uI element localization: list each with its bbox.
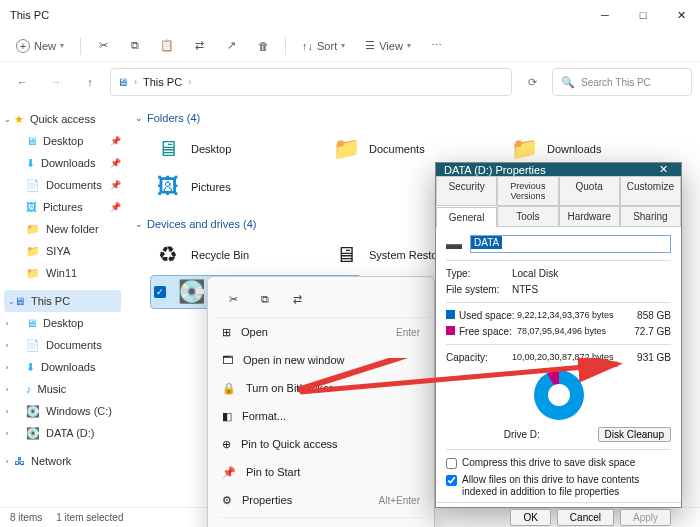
more-button[interactable]: ⋯ [423, 35, 451, 56]
cancel-button[interactable]: Cancel [557, 509, 614, 526]
search-icon: 🔍 [561, 76, 575, 89]
dialog-title-bar[interactable]: DATA (D:) Properties ✕ [436, 163, 681, 176]
ctx-pin-start[interactable]: 📌Pin to Start [212, 458, 430, 486]
tab-security[interactable]: Security [436, 176, 497, 205]
group-folders[interactable]: ⌄Folders (4) [135, 108, 690, 128]
tab-prev-versions[interactable]: Previous Versions [497, 176, 558, 205]
ellipsis-icon: ⋯ [431, 39, 442, 52]
new-button[interactable]: + New ▾ [8, 35, 72, 57]
trash-icon: 🗑 [258, 40, 269, 52]
folder-pictures[interactable]: 🖼Pictures [151, 170, 311, 204]
ctx-properties[interactable]: ⚙PropertiesAlt+Enter [212, 486, 430, 514]
sidebar-pc-desktop[interactable]: ›🖥Desktop [0, 312, 125, 334]
sidebar-pc-documents[interactable]: ›📄Documents [0, 334, 125, 356]
apply-button[interactable]: Apply [620, 509, 671, 526]
toolbar: + New ▾ ✂ ⧉ 📋 ⇄ ↗ 🗑 ↑↓ Sort ▾ ☰ View ▾ ⋯ [0, 30, 700, 62]
ctx-open-new[interactable]: 🗔Open in new window [212, 346, 430, 374]
ctx-more[interactable]: ⊕Show more optionsShift+F10 [212, 521, 430, 527]
ctx-bitlocker[interactable]: 🔒Turn on BitLocker [212, 374, 430, 402]
refresh-button[interactable]: ⟳ [518, 68, 546, 96]
disk-cleanup-button[interactable]: Disk Cleanup [598, 427, 671, 442]
tab-quota[interactable]: Quota [559, 176, 620, 205]
sidebar-newfolder[interactable]: 📁New folder [0, 218, 125, 240]
view-icon: ☰ [365, 39, 375, 52]
rename-button[interactable]: ⇄ [185, 35, 213, 56]
ctx-pin-quick[interactable]: ⊕Pin to Quick access [212, 430, 430, 458]
sidebar-win11[interactable]: 📁Win11 [0, 262, 125, 284]
index-checkbox[interactable]: Allow files on this drive to have conten… [446, 474, 671, 498]
sidebar-pc-music[interactable]: ›♪Music [0, 378, 125, 400]
share-icon: ↗ [227, 39, 236, 52]
compress-checkbox[interactable]: Compress this drive to save disk space [446, 457, 671, 469]
close-button[interactable]: ✕ [662, 0, 700, 30]
pin-icon: 📌 [110, 158, 121, 168]
format-icon: ◧ [222, 410, 232, 423]
tab-tools[interactable]: Tools [497, 206, 558, 226]
back-button[interactable]: ← [8, 68, 36, 96]
sidebar-siya[interactable]: 📁SIYA [0, 240, 125, 262]
pin-icon: 📌 [222, 466, 236, 479]
drive-recycle[interactable]: ♻Recycle Bin [151, 238, 311, 272]
up-button[interactable]: ↑ [76, 68, 104, 96]
chevron-down-icon: ▾ [60, 41, 64, 50]
minimize-button[interactable]: ─ [586, 0, 624, 30]
folder-downloads[interactable]: 📁Downloads [507, 132, 667, 166]
pin-icon: 📌 [110, 202, 121, 212]
pin-icon: ⊕ [222, 438, 231, 451]
ctx-rename-icon[interactable]: ⇄ [284, 287, 310, 311]
ok-button[interactable]: OK [510, 509, 550, 526]
maximize-button[interactable]: □ [624, 0, 662, 30]
status-count: 8 items [10, 512, 42, 523]
fs-value: NTFS [512, 284, 671, 295]
context-menu: ✂ ⧉ ⇄ ⊞OpenEnter 🗔Open in new window 🔒Tu… [207, 276, 435, 527]
open-icon: ⊞ [222, 326, 231, 339]
view-button[interactable]: ☰ View ▾ [357, 35, 419, 56]
picture-icon: 🖼 [26, 201, 37, 213]
tab-hardware[interactable]: Hardware [559, 206, 620, 226]
drive-name-input[interactable]: DATA [470, 235, 671, 253]
recycle-icon: ♻ [153, 242, 183, 268]
tab-general[interactable]: General [436, 207, 497, 227]
ctx-cut-icon[interactable]: ✂ [220, 287, 246, 311]
drive-label: Drive D: [504, 429, 540, 440]
download-icon: ⬇ [26, 157, 35, 170]
scissors-icon: ✂ [99, 39, 108, 52]
sidebar-desktop[interactable]: 🖥Desktop📌 [0, 130, 125, 152]
folder-documents[interactable]: 📁Documents [329, 132, 489, 166]
search-input[interactable]: 🔍 Search This PC [552, 68, 692, 96]
sidebar-pictures[interactable]: 🖼Pictures📌 [0, 196, 125, 218]
status-selected: 1 item selected [56, 512, 123, 523]
type-value: Local Disk [512, 268, 671, 279]
sidebar-documents[interactable]: 📄Documents📌 [0, 174, 125, 196]
forward-button[interactable]: → [42, 68, 70, 96]
tab-customize[interactable]: Customize [620, 176, 681, 205]
pin-icon: 📌 [110, 180, 121, 190]
share-button[interactable]: ↗ [217, 35, 245, 56]
folder-icon: 📁 [26, 245, 40, 258]
close-icon[interactable]: ✕ [653, 163, 673, 176]
folder-desktop[interactable]: 🖥Desktop [151, 132, 311, 166]
sidebar-pc-windows-c[interactable]: ›💽Windows (C:) [0, 400, 125, 422]
tab-sharing[interactable]: Sharing [620, 206, 681, 226]
ctx-format[interactable]: ◧Format... [212, 402, 430, 430]
restore-icon: 🖥 [331, 242, 361, 268]
paste-button[interactable]: 📋 [153, 35, 181, 56]
title-bar: This PC ─ □ ✕ [0, 0, 700, 30]
copy-button[interactable]: ⧉ [121, 35, 149, 56]
sort-button[interactable]: ↑↓ Sort ▾ [294, 36, 353, 56]
sidebar-quick-access[interactable]: ⌄★ Quick access [0, 108, 125, 130]
lock-icon: 🔒 [222, 382, 236, 395]
delete-button[interactable]: 🗑 [249, 36, 277, 56]
sidebar-network[interactable]: ›🖧Network [0, 450, 125, 472]
sidebar-pc-downloads[interactable]: ›⬇Downloads [0, 356, 125, 378]
sidebar-this-pc[interactable]: ⌄🖥This PC [4, 290, 121, 312]
download-icon: 📁 [509, 136, 539, 162]
ctx-copy-icon[interactable]: ⧉ [252, 287, 278, 311]
breadcrumb[interactable]: 🖥 › This PC › [110, 68, 512, 96]
checkbox-icon[interactable]: ✓ [154, 286, 166, 298]
ctx-open[interactable]: ⊞OpenEnter [212, 318, 430, 346]
sidebar-downloads[interactable]: ⬇Downloads📌 [0, 152, 125, 174]
cut-button[interactable]: ✂ [89, 35, 117, 56]
network-icon: 🖧 [14, 455, 25, 467]
sidebar-pc-data-d[interactable]: ›💽DATA (D:) [0, 422, 125, 444]
